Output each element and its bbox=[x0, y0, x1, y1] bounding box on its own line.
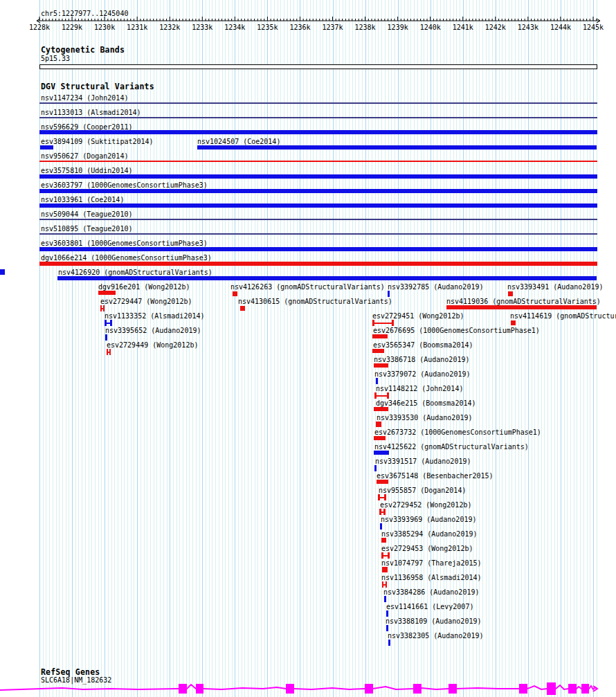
variant-label[interactable]: nsv3395652 (Audano2019) bbox=[105, 327, 201, 334]
variant-label[interactable]: nsv3379072 (Audano2019) bbox=[374, 371, 470, 378]
refseq-gene-model[interactable] bbox=[0, 680, 609, 697]
variant-glyph[interactable] bbox=[381, 552, 390, 559]
variant-glyph[interactable] bbox=[384, 596, 386, 602]
variant-label[interactable]: esv2729447 (Wong2012b) bbox=[100, 298, 192, 305]
variant-glyph[interactable] bbox=[508, 291, 513, 296]
variant-glyph[interactable] bbox=[372, 334, 388, 338]
variant-glyph[interactable] bbox=[381, 538, 386, 543]
variant-label[interactable]: esv2729451 (Wong2012b) bbox=[372, 313, 464, 320]
variant-glyph[interactable] bbox=[378, 494, 386, 500]
variant-label[interactable]: nsv509044 (Teague2010) bbox=[41, 211, 132, 218]
variant-glyph[interactable] bbox=[39, 233, 597, 235]
variant-glyph[interactable] bbox=[39, 102, 597, 104]
variant-label[interactable]: esv3675148 (Besenbacher2015) bbox=[377, 473, 493, 480]
variant-glyph[interactable] bbox=[107, 349, 111, 355]
variant-glyph[interactable] bbox=[39, 219, 597, 220]
variant-glyph[interactable] bbox=[380, 523, 382, 529]
exon-box[interactable] bbox=[196, 684, 203, 694]
variant-label[interactable]: nsv3393530 (Audano2019) bbox=[377, 415, 472, 422]
variant-label[interactable]: nsv4125622 (gnomADStructuralVariants) bbox=[374, 444, 529, 451]
exon-box[interactable] bbox=[413, 684, 422, 694]
variant-glyph[interactable] bbox=[386, 625, 388, 631]
variant-label[interactable]: nsv1133352 (Alsmadi2014) bbox=[105, 313, 205, 320]
variant-label[interactable]: nsv950627 (Dogan2014) bbox=[41, 153, 128, 160]
variant-glyph[interactable] bbox=[374, 363, 388, 368]
exon-box[interactable] bbox=[365, 684, 373, 694]
variant-glyph[interactable] bbox=[39, 161, 597, 162]
variant-label[interactable]: nsv1148212 (John2014) bbox=[376, 386, 463, 392]
variant-label[interactable]: nsv1074797 (Thareja2015) bbox=[381, 560, 482, 567]
variant-glyph[interactable] bbox=[379, 509, 386, 515]
exon-box[interactable] bbox=[547, 682, 556, 695]
variant-label[interactable]: nsv4126263 (gnomADStructuralVariants) bbox=[230, 284, 385, 291]
variant-label[interactable]: nsv4126920 (gnomADStructuralVariants) bbox=[58, 269, 212, 276]
variant-glyph[interactable] bbox=[446, 305, 597, 309]
variant-label[interactable]: esv2729449 (Wong2012b) bbox=[107, 342, 198, 349]
variant-label[interactable]: nsv3388109 (Audano2019) bbox=[386, 618, 481, 625]
variant-glyph[interactable] bbox=[376, 422, 381, 427]
variant-glyph[interactable] bbox=[233, 291, 237, 296]
variant-glyph[interactable] bbox=[39, 189, 597, 193]
variant-glyph[interactable] bbox=[39, 247, 597, 251]
variant-glyph[interactable] bbox=[374, 436, 386, 440]
variant-label[interactable]: nsv1136958 (Alsmadi2014) bbox=[381, 574, 482, 581]
variant-label[interactable]: esv3575810 (Uddin2014) bbox=[41, 168, 132, 174]
variant-label[interactable]: nsv1147234 (John2014) bbox=[41, 95, 128, 102]
variant-label[interactable]: dgv916e201 (Wong2012b) bbox=[98, 284, 190, 291]
variant-glyph[interactable] bbox=[372, 320, 394, 326]
cytoband-box[interactable] bbox=[39, 64, 597, 69]
variant-label[interactable]: esv2673732 (1000GenomesConsortiumPhase1) bbox=[374, 429, 541, 436]
variant-glyph[interactable] bbox=[374, 465, 377, 471]
variant-glyph[interactable] bbox=[39, 130, 597, 134]
variant-glyph[interactable] bbox=[376, 378, 378, 384]
variant-label[interactable]: esv3603801 (1000GenomesConsortiumPhase3) bbox=[41, 240, 208, 247]
variant-label[interactable]: nsv3386718 (Audano2019) bbox=[374, 356, 469, 363]
exon-box[interactable] bbox=[568, 684, 577, 694]
variant-glyph[interactable] bbox=[0, 269, 5, 275]
variant-glyph[interactable] bbox=[377, 480, 388, 484]
variant-label[interactable]: nsv3385294 (Audano2019) bbox=[381, 531, 477, 538]
variant-glyph[interactable] bbox=[382, 567, 388, 572]
exon-box[interactable] bbox=[449, 684, 457, 694]
variant-glyph[interactable] bbox=[105, 320, 112, 326]
variant-glyph[interactable] bbox=[388, 640, 390, 646]
variant-label[interactable]: nsv3393969 (Audano2019) bbox=[381, 516, 476, 523]
variant-glyph[interactable] bbox=[40, 145, 53, 150]
variant-label[interactable]: esv2729453 (Wong2012b) bbox=[381, 545, 473, 552]
variant-label[interactable]: nsv510895 (Teague2010) bbox=[41, 226, 132, 233]
variant-label[interactable]: esv3565347 (Boomsma2014) bbox=[373, 342, 473, 349]
variant-glyph[interactable] bbox=[105, 334, 107, 341]
exon-box[interactable] bbox=[581, 684, 589, 694]
variant-label[interactable]: nsv4130615 (gnomADStructuralVariants) bbox=[238, 298, 392, 305]
variant-label[interactable]: dgv346e215 (Boomsma2014) bbox=[376, 400, 476, 407]
variant-label[interactable]: nsv955857 (Dogan2014) bbox=[379, 487, 466, 494]
variant-label[interactable]: nsv3382305 (Audano2019) bbox=[388, 633, 483, 640]
variant-label[interactable]: nsv3391517 (Audano2019) bbox=[375, 458, 471, 465]
variant-label[interactable]: nsv4114619 (gnomADStructur bbox=[510, 313, 616, 320]
variant-glyph[interactable] bbox=[511, 320, 516, 325]
variant-label[interactable]: nsv4119036 (gnomADStructuralVariants) bbox=[446, 298, 601, 305]
variant-glyph[interactable] bbox=[374, 407, 388, 411]
variant-glyph[interactable] bbox=[382, 581, 387, 588]
variant-label[interactable]: esv2676695 (1000GenomesConsortiumPhase1) bbox=[373, 327, 540, 334]
variant-glyph[interactable] bbox=[100, 305, 105, 311]
variant-label[interactable]: nsv3392785 (Audano2019) bbox=[388, 284, 483, 291]
exon-box[interactable] bbox=[286, 684, 294, 694]
variant-glyph[interactable] bbox=[374, 451, 389, 455]
variant-label[interactable]: esv2729452 (Wong2012b) bbox=[380, 502, 471, 509]
variant-glyph[interactable] bbox=[372, 349, 384, 353]
variant-label[interactable]: dgv1066e214 (1000GenomesConsortiumPhase3… bbox=[41, 255, 212, 262]
variant-glyph[interactable] bbox=[57, 276, 597, 280]
variant-glyph[interactable] bbox=[98, 291, 116, 295]
variant-glyph[interactable] bbox=[240, 306, 245, 311]
variant-label[interactable]: nsv3384286 (Audano2019) bbox=[383, 589, 479, 596]
variant-label[interactable]: esv3894109 (Suktitipat2014) bbox=[41, 138, 154, 145]
exon-box[interactable] bbox=[179, 684, 187, 694]
variant-label[interactable]: esv1141661 (Levy2007) bbox=[386, 604, 473, 610]
variant-glyph[interactable] bbox=[39, 203, 597, 208]
variant-label[interactable]: nsv1024507 (Coe2014) bbox=[197, 138, 280, 145]
variant-label[interactable]: nsv1033961 (Coe2014) bbox=[41, 197, 124, 203]
variant-label[interactable]: nsv3393491 (Audano2019) bbox=[507, 284, 603, 291]
variant-label[interactable]: nsv1133013 (Alsmadi2014) bbox=[41, 109, 141, 116]
variant-glyph[interactable] bbox=[386, 610, 388, 617]
